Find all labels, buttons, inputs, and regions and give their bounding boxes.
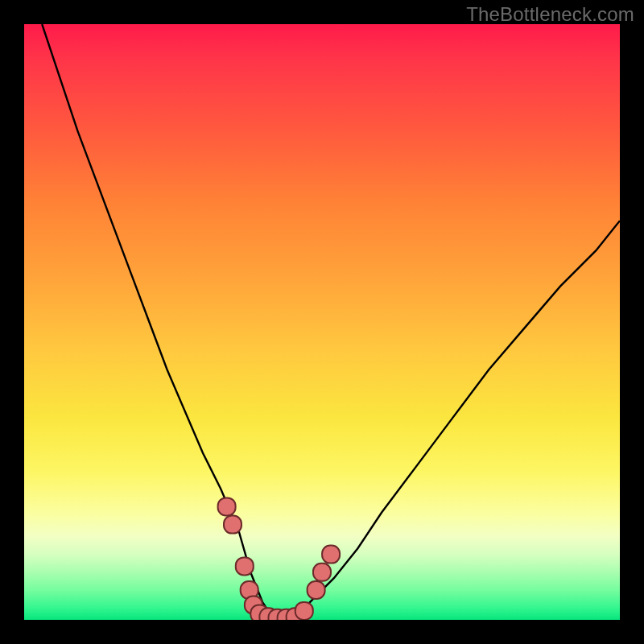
data-marker xyxy=(224,516,242,534)
data-marker xyxy=(245,597,262,614)
watermark-text: TheBottleneck.com xyxy=(466,3,634,26)
data-marker xyxy=(218,497,236,515)
data-marker xyxy=(295,602,313,620)
data-marker xyxy=(269,609,287,620)
data-marker xyxy=(250,605,268,620)
data-marker xyxy=(278,609,295,620)
marker-group xyxy=(218,497,341,620)
curve-layer xyxy=(24,24,620,620)
data-marker xyxy=(313,564,331,581)
chart-frame: TheBottleneck.com xyxy=(0,0,644,644)
data-marker xyxy=(322,546,340,564)
data-marker xyxy=(259,608,277,620)
chart-plot-area xyxy=(24,24,620,620)
data-marker xyxy=(308,581,325,599)
data-marker xyxy=(241,581,258,599)
data-marker xyxy=(236,557,254,575)
bottleneck-curve xyxy=(42,24,620,620)
data-marker xyxy=(287,608,304,620)
